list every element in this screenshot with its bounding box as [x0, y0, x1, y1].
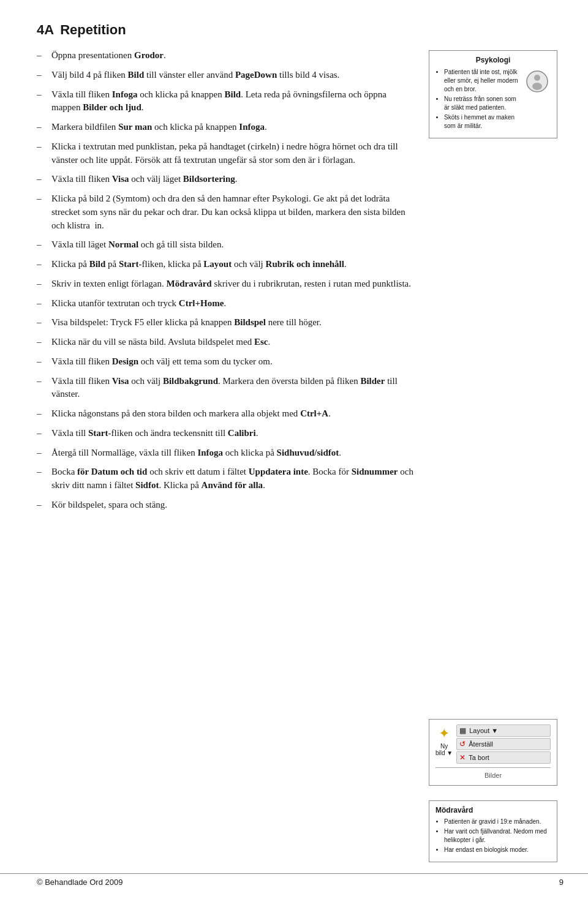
layout-buttons-col: ▦ Layout ▼ ↺ Återställ ✕ Ta bort	[456, 724, 551, 764]
dash: –	[37, 238, 48, 252]
dash: –	[37, 465, 48, 479]
dash: –	[37, 173, 48, 186]
chapter-header: 4A Repetition	[0, 22, 588, 38]
aterstall-button[interactable]: ↺ Återställ	[456, 738, 551, 750]
list-item: – Växla till fliken Infoga och klicka på…	[37, 88, 418, 115]
dash: –	[37, 140, 48, 154]
modravard-screenshot: Mödravård Patienten är gravid i 19:e mån…	[429, 800, 557, 862]
bullet-item: Patienten är gravid i 19:e månaden.	[444, 818, 551, 826]
instruction-text: Återgå till Normalläge, växla till flike…	[51, 446, 418, 460]
ta-bort-icon: ✕	[459, 753, 466, 762]
ny-bild-area: ✦ Nybild ▼	[435, 724, 453, 756]
instruction-text: Växla till fliken Infoga och klicka på k…	[51, 88, 418, 115]
ta-bort-button[interactable]: ✕ Ta bort	[456, 751, 551, 764]
modravard-title: Mödravård	[435, 806, 551, 814]
list-item: – Växla till fliken Visa och välj Bildba…	[37, 375, 418, 402]
instruction-text: Växla till läget Normal och gå till sist…	[51, 238, 418, 252]
list-item: – Visa bildspelet: Tryck F5 eller klicka…	[37, 316, 418, 329]
psykologi-bullets: Patienten tål inte ost, mjölk eller smör…	[435, 68, 520, 130]
dash: –	[37, 192, 48, 206]
dash: –	[37, 407, 48, 421]
list-item: – Välj bild 4 på fliken Bild till vänste…	[37, 69, 418, 82]
dash: –	[37, 49, 48, 62]
dash: –	[37, 258, 48, 271]
instruction-text: Välj bild 4 på fliken Bild till vänster …	[51, 69, 418, 82]
instruction-text: Klicka i textrutan med punklistan, peka …	[51, 140, 418, 167]
bullet-item: Sköts i hemmet av maken som är militär.	[444, 113, 520, 130]
instruction-text: Klicka någonstans på den stora bilden oc…	[51, 407, 418, 421]
psykologi-content: Patienten tål inte ost, mjölk eller smör…	[435, 68, 551, 132]
layout-screenshot: ✦ Nybild ▼ ▦ Layout ▼ ↺ Återställ	[429, 719, 557, 786]
instruction-text: Skriv in texten enligt förlagan. Mödravå…	[51, 277, 418, 291]
instruction-text: Växla till fliken Visa och välj läget Bi…	[51, 173, 418, 186]
list-item: – Kör bildspelet, spara och stäng.	[37, 498, 418, 512]
layout-label: Layout ▼	[469, 727, 498, 734]
list-item: – Klicka utanför textrutan och tryck Ctr…	[37, 297, 418, 310]
list-item: – Återgå till Normalläge, växla till fli…	[37, 446, 418, 460]
content-area: – Öppna presentationen Grodor. – Välj bi…	[0, 49, 588, 862]
aterstall-icon: ↺	[459, 740, 466, 748]
instruction-text: Växla till Start-fliken och ändra tecken…	[51, 427, 418, 440]
right-column: Psykologi Patienten tål inte ost, mjölk …	[429, 49, 564, 862]
bullet-item: Har endast en biologisk moder.	[444, 846, 551, 854]
dash: –	[37, 88, 48, 102]
list-item: – Växla till fliken Visa och välj läget …	[37, 173, 418, 186]
footer-copyright: © Behandlade Ord 2009	[37, 878, 123, 887]
list-item: – Bocka för Datum och tid och skriv ett …	[37, 465, 418, 492]
list-item: – Klicka när du vill se nästa bild. Avsl…	[37, 336, 418, 349]
layout-icon: ▦	[459, 726, 466, 735]
list-item: – Växla till läget Normal och gå till si…	[37, 238, 418, 252]
dash: –	[37, 446, 48, 460]
list-item: – Växla till fliken Design och välj ett …	[37, 355, 418, 369]
dash: –	[37, 69, 48, 82]
instruction-text: Visa bildspelet: Tryck F5 eller klicka p…	[51, 316, 418, 329]
dash: –	[37, 316, 48, 329]
aterstall-label: Återställ	[469, 740, 493, 748]
footer-page-number: 9	[559, 878, 564, 887]
footer-left: © Behandlade Ord 2009	[37, 878, 123, 887]
list-item: – Klicka i textrutan med punklistan, pek…	[37, 140, 418, 167]
instruction-text: Klicka när du vill se nästa bild. Avslut…	[51, 336, 418, 349]
dash: –	[37, 427, 48, 440]
instruction-text: Växla till fliken Design och välj ett te…	[51, 355, 418, 369]
instruction-list: – Öppna presentationen Grodor. – Välj bi…	[37, 49, 418, 512]
psykologi-screenshot: Psykologi Patienten tål inte ost, mjölk …	[429, 50, 557, 138]
svg-point-2	[532, 83, 542, 90]
ny-bild-star: ✦	[439, 727, 450, 740]
bullet-item: Nu reträss från sonen som är släkt med p…	[444, 95, 520, 112]
dash: –	[37, 336, 48, 349]
list-item: – Klicka på bild 2 (Symtom) och dra den …	[37, 192, 418, 232]
dash: –	[37, 297, 48, 310]
instruction-text: Klicka på Bild på Start-fliken, klicka p…	[51, 258, 418, 271]
layout-button[interactable]: ▦ Layout ▼	[456, 724, 551, 737]
list-item: – Skriv in texten enligt förlagan. Mödra…	[37, 277, 418, 291]
list-item: – Markera bildfilen Sur man och klicka p…	[37, 121, 418, 134]
bullet-item: Patienten tål inte ost, mjölk eller smör…	[444, 68, 520, 94]
ta-bort-label: Ta bort	[469, 754, 489, 761]
instruction-text: Klicka på bild 2 (Symtom) och dra den så…	[51, 192, 418, 232]
list-item: – Klicka någonstans på den stora bilden …	[37, 407, 418, 421]
psykologi-title: Psykologi	[435, 56, 551, 64]
modravard-text: Patienten är gravid i 19:e månaden. Har …	[435, 818, 551, 854]
dash: –	[37, 277, 48, 291]
instruction-list-column: – Öppna presentationen Grodor. – Välj bi…	[37, 49, 429, 862]
dash: –	[37, 355, 48, 369]
chapter-title: Repetition	[60, 22, 126, 38]
instruction-text: Öppna presentationen Grodor.	[51, 49, 418, 62]
dash: –	[37, 375, 48, 388]
dash: –	[37, 498, 48, 512]
chapter-number: 4A	[37, 22, 54, 38]
svg-point-1	[534, 75, 540, 81]
list-item: – Klicka på Bild på Start-fliken, klicka…	[37, 258, 418, 271]
separator	[435, 767, 551, 768]
ny-bild-label: Nybild ▼	[435, 743, 453, 756]
instruction-text: Bocka för Datum och tid och skriv ett da…	[51, 465, 418, 492]
modravard-bullets: Patienten är gravid i 19:e månaden. Har …	[435, 818, 551, 854]
dash: –	[37, 121, 48, 134]
psykologi-image	[524, 68, 551, 95]
instruction-text: Klicka utanför textrutan och tryck Ctrl+…	[51, 297, 418, 310]
instruction-text: Växla till fliken Visa och välj Bildbakg…	[51, 375, 418, 402]
instruction-text: Kör bildspelet, spara och stäng.	[51, 498, 418, 512]
layout-box-inner: ✦ Nybild ▼ ▦ Layout ▼ ↺ Återställ	[435, 724, 551, 764]
spacer	[429, 147, 564, 710]
